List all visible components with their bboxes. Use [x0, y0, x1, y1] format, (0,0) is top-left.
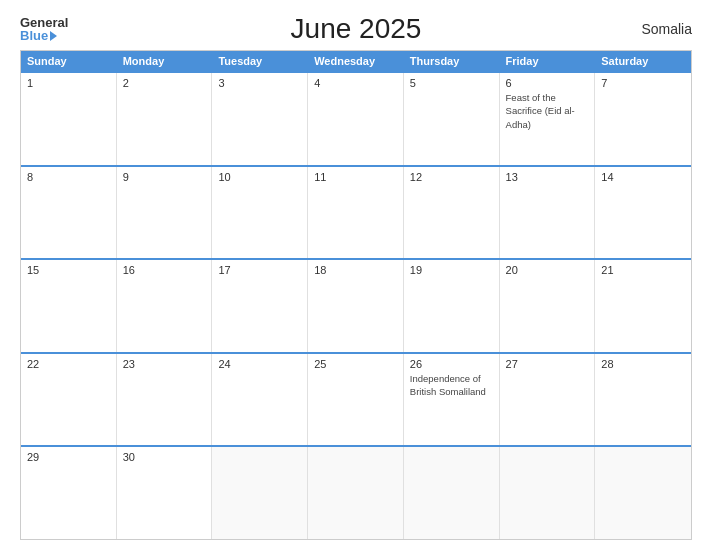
cell-17: 17 — [212, 260, 308, 352]
header-sunday: Sunday — [21, 51, 117, 71]
calendar: Sunday Monday Tuesday Wednesday Thursday… — [20, 50, 692, 540]
header-thursday: Thursday — [404, 51, 500, 71]
calendar-row-1: 1 2 3 4 5 6 Feast of the Sacrifice (Eid … — [21, 71, 691, 165]
cell-18: 18 — [308, 260, 404, 352]
cell-1: 1 — [21, 73, 117, 165]
cell-13: 13 — [500, 167, 596, 259]
cell-2: 2 — [117, 73, 213, 165]
cell-empty-1 — [212, 447, 308, 539]
cell-4: 4 — [308, 73, 404, 165]
cell-5: 5 — [404, 73, 500, 165]
cell-14: 14 — [595, 167, 691, 259]
cell-12: 12 — [404, 167, 500, 259]
header-monday: Monday — [117, 51, 213, 71]
cell-7: 7 — [595, 73, 691, 165]
header-wednesday: Wednesday — [308, 51, 404, 71]
event-eid: Feast of the Sacrifice (Eid al-Adha) — [506, 92, 575, 130]
cell-empty-2 — [308, 447, 404, 539]
cell-6: 6 Feast of the Sacrifice (Eid al-Adha) — [500, 73, 596, 165]
calendar-header: Sunday Monday Tuesday Wednesday Thursday… — [21, 51, 691, 71]
cell-25: 25 — [308, 354, 404, 446]
cell-10: 10 — [212, 167, 308, 259]
header: General Blue June 2025 Somalia — [20, 16, 692, 42]
cell-30: 30 — [117, 447, 213, 539]
cell-27: 27 — [500, 354, 596, 446]
cell-19: 19 — [404, 260, 500, 352]
cell-21: 21 — [595, 260, 691, 352]
cell-22: 22 — [21, 354, 117, 446]
cell-3: 3 — [212, 73, 308, 165]
calendar-row-3: 15 16 17 18 19 20 21 — [21, 258, 691, 352]
header-saturday: Saturday — [595, 51, 691, 71]
logo-blue-text: Blue — [20, 29, 68, 42]
cell-20: 20 — [500, 260, 596, 352]
cell-8: 8 — [21, 167, 117, 259]
cell-empty-3 — [404, 447, 500, 539]
calendar-row-4: 22 23 24 25 26 Independence of British S… — [21, 352, 691, 446]
calendar-row-5: 29 30 — [21, 445, 691, 539]
logo: General Blue — [20, 16, 68, 42]
event-independence: Independence of British Somaliland — [410, 373, 486, 397]
cell-16: 16 — [117, 260, 213, 352]
cell-23: 23 — [117, 354, 213, 446]
logo-triangle-icon — [50, 31, 57, 41]
page: General Blue June 2025 Somalia Sunday Mo… — [0, 0, 712, 550]
header-friday: Friday — [500, 51, 596, 71]
cell-11: 11 — [308, 167, 404, 259]
calendar-title: June 2025 — [291, 13, 422, 45]
country-label: Somalia — [641, 21, 692, 37]
cell-15: 15 — [21, 260, 117, 352]
header-tuesday: Tuesday — [212, 51, 308, 71]
cell-empty-5 — [595, 447, 691, 539]
calendar-body: 1 2 3 4 5 6 Feast of the Sacrifice (Eid … — [21, 71, 691, 539]
cell-28: 28 — [595, 354, 691, 446]
cell-9: 9 — [117, 167, 213, 259]
calendar-row-2: 8 9 10 11 12 13 14 — [21, 165, 691, 259]
cell-29: 29 — [21, 447, 117, 539]
cell-empty-4 — [500, 447, 596, 539]
cell-26: 26 Independence of British Somaliland — [404, 354, 500, 446]
cell-24: 24 — [212, 354, 308, 446]
